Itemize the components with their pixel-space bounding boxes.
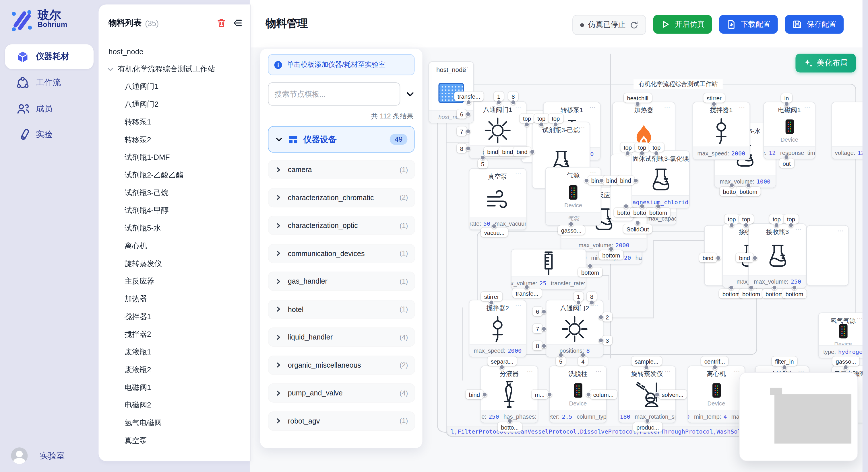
port-bottom[interactable]: bottom [578, 267, 602, 277]
port-6[interactable]: 6 [532, 307, 542, 316]
port-dot-icon[interactable] [530, 149, 535, 154]
trash-icon[interactable] [217, 19, 226, 28]
port-dot-icon[interactable] [598, 314, 603, 319]
port-dot-icon[interactable] [482, 392, 487, 397]
port-dot-icon[interactable] [644, 365, 649, 370]
port-dot-icon[interactable] [774, 223, 779, 227]
port-dot-icon[interactable] [480, 155, 485, 160]
port-filter_in[interactable]: filter_in [772, 357, 797, 366]
port-dot-icon[interactable] [625, 151, 630, 156]
port-7[interactable]: 7 [457, 127, 466, 136]
port-dot-icon[interactable] [746, 183, 751, 188]
port-dot-icon[interactable] [716, 255, 721, 260]
port-bottom[interactable]: bottom [646, 208, 671, 217]
port-bottom[interactable]: bottom [736, 187, 761, 196]
chevron-down-icon[interactable] [107, 66, 114, 73]
port-8[interactable]: 8 [457, 143, 466, 153]
port-dot-icon[interactable] [598, 338, 603, 342]
port-dot-icon[interactable] [645, 418, 650, 423]
tree-item[interactable]: 真空泵 [98, 432, 250, 450]
port-dot-icon[interactable] [466, 111, 470, 116]
port-dot-icon[interactable] [744, 223, 749, 227]
tree-item[interactable]: 废液瓶2 [98, 361, 250, 379]
brand-logo[interactable]: 玻尔 Bohrium [0, 0, 98, 32]
port-8[interactable]: 8 [587, 292, 596, 301]
port-dot-icon[interactable] [654, 392, 659, 397]
port-heatchill[interactable]: heatchill [624, 93, 652, 103]
port-dot-icon[interactable] [510, 100, 516, 105]
port-top[interactable]: top [549, 113, 563, 123]
port-dot-icon[interactable] [539, 122, 544, 127]
tree-item[interactable]: 电磁阀2 [98, 397, 250, 414]
category-characterization_optic[interactable]: characterization_optic(1) [268, 216, 414, 235]
tree-item[interactable]: 试剂瓶1-DMF [98, 149, 250, 167]
tree-item[interactable]: 旋转蒸发仪 [98, 255, 250, 273]
sidebar-item-仪器耗材[interactable]: 仪器耗材 [5, 44, 94, 69]
port-4[interactable]: 4 [578, 357, 588, 366]
port-top[interactable]: top [769, 214, 784, 224]
tree-item[interactable]: 搅拌器2 [98, 326, 250, 343]
port-dot-icon[interactable] [784, 155, 789, 160]
port-7[interactable]: 7 [532, 324, 542, 333]
tree-item[interactable]: 加热器 [98, 290, 250, 308]
port-8[interactable]: 8 [532, 341, 542, 350]
port-dot-icon[interactable] [712, 102, 716, 106]
port-stirrer[interactable]: stirrer [481, 292, 502, 301]
port-dot-icon[interactable] [547, 392, 552, 397]
port-gasso...[interactable]: gasso... [558, 225, 585, 235]
port-gasso...[interactable]: gasso... [832, 357, 859, 366]
port-SolidOut[interactable]: SolidOut [623, 224, 652, 234]
category-pump_and_valve[interactable]: pump_and_valve(4) [268, 384, 414, 402]
port-top[interactable]: top [784, 214, 798, 224]
category-hotel[interactable]: hotel(1) [268, 300, 414, 318]
sidebar-item-工作流[interactable]: 工作流 [5, 70, 94, 95]
port-dot-icon[interactable] [576, 300, 581, 305]
port-dot-icon[interactable] [635, 221, 640, 225]
port-dot-icon[interactable] [752, 255, 757, 260]
port-botto...[interactable]: botto... [498, 422, 522, 432]
port-5[interactable]: 5 [556, 357, 565, 366]
port-bind[interactable]: bind [466, 390, 483, 399]
port-dot-icon[interactable] [609, 246, 613, 251]
port-dot-icon[interactable] [782, 365, 787, 370]
port-dot-icon[interactable] [466, 129, 470, 133]
tree-item[interactable]: 试剂瓶3-己烷 [98, 184, 250, 202]
tree-item[interactable]: 主反应器 [98, 273, 250, 291]
category-camera[interactable]: camera(1) [268, 160, 414, 179]
port-separa...[interactable]: separa... [487, 357, 517, 366]
port-dot-icon[interactable] [524, 284, 529, 289]
port-produc...[interactable]: produc... [633, 422, 662, 432]
port-dot-icon[interactable] [772, 285, 777, 290]
tree-item[interactable]: 搅拌器1 [98, 308, 250, 326]
port-1[interactable]: 1 [494, 92, 503, 101]
simulation-status-badge[interactable]: 仿真已停止 [572, 15, 646, 35]
port-top[interactable]: top [534, 113, 549, 123]
port-dot-icon[interactable] [599, 178, 604, 183]
port-dot-icon[interactable] [584, 178, 589, 183]
search-input[interactable] [268, 82, 400, 105]
port-6[interactable]: 6 [457, 109, 466, 119]
port-bind[interactable]: bind [736, 253, 753, 262]
tree-item[interactable]: 八通阀门1 [98, 78, 250, 96]
tree-item[interactable]: 废液瓶1 [98, 343, 250, 361]
category-liquid_handler[interactable]: liquid_handler(4) [268, 328, 414, 346]
tree-item[interactable]: 离心机 [98, 237, 250, 255]
port-dot-icon[interactable] [496, 100, 501, 105]
port-dot-icon[interactable] [730, 223, 734, 227]
category-organic_miscellaneous[interactable]: organic_miscellaneous(2) [268, 356, 414, 374]
port-out[interactable]: out [779, 159, 794, 168]
port-dot-icon[interactable] [712, 365, 717, 370]
button-开启仿真[interactable]: 开启仿真 [653, 15, 712, 34]
port-1[interactable]: 1 [574, 292, 583, 301]
sidebar-item-lab[interactable]: 实验室 [35, 450, 65, 461]
port-top[interactable]: top [739, 214, 753, 224]
category-characterization_chromatic[interactable]: characterization_chromatic(2) [268, 189, 414, 207]
category-gas_handler[interactable]: gas_handler(1) [268, 272, 414, 291]
port-solven...[interactable]: solven... [658, 390, 687, 399]
port-dot-icon[interactable] [466, 146, 470, 150]
collapse-panel-icon[interactable] [233, 19, 243, 27]
port-centrif...[interactable]: centrif... [701, 357, 728, 366]
port-dot-icon[interactable] [586, 392, 591, 397]
port-stirrer[interactable]: stirrer [703, 93, 725, 103]
port-dot-icon[interactable] [569, 222, 574, 226]
